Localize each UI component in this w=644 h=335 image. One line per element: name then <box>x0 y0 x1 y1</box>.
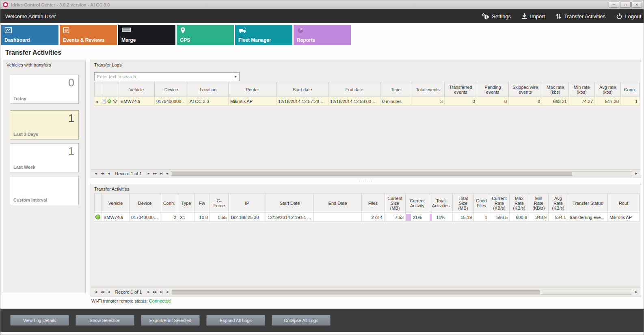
header-router[interactable]: Rout <box>608 193 640 213</box>
card-last-3-days[interactable]: 1 Last 3 Days <box>10 110 79 140</box>
pager-fast-next-button[interactable]: ▶▶ <box>152 171 158 176</box>
settings-button[interactable]: Settings <box>481 13 511 20</box>
pager-last-button[interactable]: ▶| <box>159 171 164 176</box>
import-icon <box>521 13 527 19</box>
minimize-button[interactable]: ─ <box>609 2 619 8</box>
header-min-rate[interactable]: Min Rate (KB/s) <box>529 193 549 213</box>
pager-last-button[interactable]: ▶| <box>159 290 164 294</box>
tab-gps[interactable]: GPS <box>177 25 234 45</box>
card-today[interactable]: 0 Today <box>10 75 79 104</box>
header-avg-rate[interactable]: Avg rate (kbs) <box>595 82 621 97</box>
show-selection-button[interactable]: Show Selection <box>76 315 134 326</box>
header-device[interactable]: Device <box>155 82 188 97</box>
transfer-log-row[interactable]: ▸ + ⚙ <box>95 97 640 106</box>
horizontal-scrollbar[interactable] <box>171 290 632 295</box>
header-skipped-wire-events[interactable]: Skipped wire events <box>509 82 542 97</box>
pager-first-button[interactable]: |◀ <box>93 290 98 294</box>
transfer-logs-pager: |◀ ◀◀ ◀ Record 1 of 1 ▶ ▶▶ ▶| ◀ ▶ <box>91 169 641 178</box>
tab-fleet-manager[interactable]: Fleet Manager <box>235 25 292 45</box>
maximize-button[interactable]: ▢ <box>620 2 631 8</box>
header-router[interactable]: Router <box>229 82 277 97</box>
hscroll-right-button[interactable]: ▶ <box>634 290 638 294</box>
header-current-rate[interactable]: Current Rate (KB/s) <box>489 193 510 213</box>
tab-merge[interactable]: Merge <box>118 25 175 45</box>
pager-fast-next-button[interactable]: ▶▶ <box>152 290 158 294</box>
header-vehicle[interactable]: Vehicle <box>119 82 155 97</box>
cell-max-rate: 663.31 <box>542 97 569 106</box>
header-type[interactable]: Type <box>178 193 194 213</box>
header-good-files[interactable]: Good Files <box>474 193 489 213</box>
pager-next-button[interactable]: ▶ <box>146 171 150 176</box>
sidebar-title: Vehicles with transfers <box>3 60 85 69</box>
panel-splitter[interactable]: ······· <box>91 178 641 184</box>
collapse-all-logs-button[interactable]: Collapse All Logs <box>272 315 331 326</box>
pager-prev-button[interactable]: ◀ <box>106 171 110 176</box>
power-icon <box>616 13 622 19</box>
hscroll-left-button[interactable]: ◀ <box>165 171 169 176</box>
export-print-selected-button[interactable]: Export/Print Selected <box>141 315 200 326</box>
pager-fast-prev-button[interactable]: ◀◀ <box>99 290 105 294</box>
header-conn[interactable]: Conn. <box>160 193 178 213</box>
header-end-date[interactable]: End date <box>328 82 380 97</box>
cell-current-rate: 596.5 <box>489 213 510 222</box>
gps-pin-icon <box>180 27 186 34</box>
card-custom-interval[interactable]: Custom Interval <box>10 176 79 205</box>
header-start-date[interactable]: Start date <box>277 82 328 97</box>
view-log-details-button[interactable]: View Log Details <box>10 315 69 326</box>
cell-vehicle: BMW740i <box>102 213 130 222</box>
import-button[interactable]: Import <box>521 13 545 19</box>
fleet-truck-icon <box>238 27 247 34</box>
horizontal-scrollbar-thumb[interactable] <box>172 290 540 294</box>
header-total-size[interactable]: Total Size (MB) <box>453 193 474 213</box>
header-avg-rate[interactable]: Avg Rate (KB/s) <box>549 193 568 213</box>
header-total-events[interactable]: Total events <box>411 82 445 97</box>
pager-record-label: Record 1 of 1 <box>115 171 142 176</box>
header-g-force[interactable]: G-Force <box>210 193 229 213</box>
header-transfer-status[interactable]: Transfer Status <box>568 193 608 213</box>
header-total-activities[interactable]: Total Activities <box>429 193 453 213</box>
header-fw[interactable]: Fw <box>194 193 210 213</box>
main-column: Transfer Logs ▼ <box>91 60 641 305</box>
header-current-activity[interactable]: Current Activity <box>406 193 429 213</box>
header-transferred-events[interactable]: Transferred events <box>445 82 477 97</box>
header-files[interactable]: Files <box>362 193 385 213</box>
hscroll-left-button[interactable]: ◀ <box>165 290 169 294</box>
card-last-week[interactable]: 1 Last Week <box>10 143 79 172</box>
horizontal-scrollbar[interactable] <box>171 171 632 176</box>
tab-reports[interactable]: Reports <box>294 25 351 45</box>
transfer-activities-grid-area: Vehicle Device Conn. Type Fw G-Force IP … <box>91 193 641 288</box>
pager-prev-button[interactable]: ◀ <box>106 290 110 294</box>
pager-fast-prev-button[interactable]: ◀◀ <box>99 171 105 176</box>
expand-all-logs-button[interactable]: Expand All Logs <box>206 315 265 326</box>
header-end-date[interactable]: End Date <box>314 193 362 213</box>
header-ip[interactable]: IP <box>229 193 266 213</box>
search-dropdown-button[interactable]: ▼ <box>232 73 239 81</box>
card-last-3-days-count: 1 <box>68 112 74 125</box>
transfer-activities-button[interactable]: Transfer Activities <box>555 13 605 19</box>
header-current-size[interactable]: Current Size (MB) <box>385 193 406 213</box>
pager-first-button[interactable]: |◀ <box>93 171 98 176</box>
tab-events-reviews[interactable]: Events & Reviews <box>60 25 117 45</box>
header-conn[interactable]: Conn. <box>621 82 640 97</box>
header-location[interactable]: Location <box>188 82 229 97</box>
expand-row-icon[interactable]: + <box>102 99 106 103</box>
tab-fleet-manager-label: Fleet Manager <box>238 37 271 43</box>
cell-pending-events: 0 <box>477 97 509 106</box>
logout-button[interactable]: Logout <box>616 13 641 19</box>
transfer-activity-row[interactable]: BMW740i 017040000038 2 X1 10.8 0.55 192.… <box>95 213 640 222</box>
window-title: Idrive Control Center - 3.0.2 version - … <box>11 2 608 7</box>
pager-next-button[interactable]: ▶ <box>146 290 150 294</box>
header-start-date[interactable]: Start Date <box>266 193 314 213</box>
header-max-rate[interactable]: Max Rate (KB/s) <box>510 193 529 213</box>
horizontal-scrollbar-thumb[interactable] <box>172 172 572 176</box>
header-device[interactable]: Device <box>130 193 160 213</box>
header-min-rate[interactable]: Min rate (kbs) <box>569 82 595 97</box>
search-input[interactable] <box>95 74 232 79</box>
header-pending-events[interactable]: Pending events <box>477 82 509 97</box>
hscroll-right-button[interactable]: ▶ <box>634 171 638 176</box>
header-time[interactable]: Time <box>380 82 411 97</box>
tab-dashboard[interactable]: Dashboard <box>1 25 58 45</box>
close-button[interactable]: ✕ <box>631 2 642 8</box>
header-vehicle[interactable]: Vehicle <box>102 193 130 213</box>
header-max-rate[interactable]: Max rate (kbs) <box>542 82 569 97</box>
